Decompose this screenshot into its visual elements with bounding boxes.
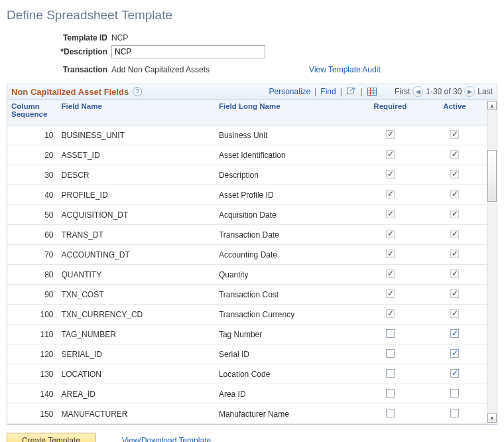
transaction-label: Transaction [7,65,111,74]
cell-sequence: 130 [7,364,58,384]
table-row: 130LOCATIONLocation Code [7,364,487,384]
cell-sequence: 40 [7,185,58,205]
required-checkbox [386,269,395,278]
table-row: 150MANUFACTURERManufacturer Name [7,404,487,424]
table-row: 100TXN_CURRENCY_CDTransaction Currency [7,305,487,325]
required-checkbox[interactable] [386,329,395,338]
description-input[interactable] [111,45,265,58]
col-active-header[interactable]: Active [422,100,487,125]
required-checkbox[interactable] [386,369,395,378]
cell-fieldname: SERIAL_ID [58,344,215,364]
cell-longname: Transaction Date [215,225,358,245]
popout-icon[interactable] [346,87,357,96]
help-icon[interactable]: ? [133,87,142,96]
cell-required [358,285,422,305]
find-link[interactable]: Find [320,87,336,96]
table-row: 80QUANTITYQuantity [7,265,487,285]
active-checkbox[interactable] [450,389,459,398]
cell-sequence: 120 [7,344,58,364]
cell-active [422,145,487,165]
cell-required [358,265,422,285]
cell-sequence: 100 [7,305,58,325]
required-checkbox [386,150,395,159]
required-checkbox [386,130,395,139]
cell-longname: Quantity [215,265,358,285]
cell-sequence: 60 [7,225,58,245]
view-template-audit-link[interactable]: View Template Audit [309,65,381,74]
required-checkbox [386,190,395,198]
required-checkbox [386,289,395,298]
grid-tools: Personalize | Find | | First ◀ 1-30 of 3… [269,86,493,97]
required-checkbox[interactable] [386,349,395,358]
cell-fieldname: DESCR [58,165,215,185]
grid-title: Non Capitalized Asset Fields [11,87,129,97]
scroll-thumb[interactable] [487,150,497,202]
cell-required [358,125,422,145]
cell-sequence: 20 [7,145,58,165]
table-row: 90TXN_COSTTransaction Cost [7,285,487,305]
template-id-row: Template ID NCP [7,33,497,42]
table-row: 20ASSET_IDAsset Identification [7,145,487,165]
transaction-value: Add Non Capitalized Assets [111,65,210,74]
page-title: Define Spreadsheet Template [7,8,497,23]
active-checkbox [450,190,459,198]
cell-fieldname: ASSET_ID [58,145,215,165]
view-download-template-link[interactable]: View/Download Template [122,436,211,442]
cell-longname: Business Unit [215,125,358,145]
template-id-value: NCP [111,33,128,42]
create-template-button[interactable]: Create Template [7,433,95,442]
fields-table: Column Sequence Field Name Field Long Na… [7,100,487,424]
cell-sequence: 80 [7,265,58,285]
table-row: 140AREA_IDArea ID [7,384,487,404]
personalize-link[interactable]: Personalize [269,87,311,96]
cell-required [358,185,422,205]
scroll-up-button[interactable]: ▲ [487,101,497,110]
grid-wrapper: Non Capitalized Asset Fields ? Personali… [7,84,497,425]
required-checkbox[interactable] [386,389,395,398]
cell-required [358,325,422,344]
cell-active [422,185,487,205]
active-checkbox [450,170,459,179]
active-checkbox[interactable] [450,369,459,378]
cell-required [358,344,422,364]
cell-longname: Asset Identification [215,145,358,165]
grid-title-bar: Non Capitalized Asset Fields ? Personali… [7,84,497,100]
active-checkbox [450,150,459,159]
cell-fieldname: MANUFACTURER [58,404,215,424]
active-checkbox[interactable] [450,329,459,338]
col-fieldname-header[interactable]: Field Name [58,100,215,125]
cell-fieldname: PROFILE_ID [58,185,215,205]
cell-fieldname: TXN_CURRENCY_CD [58,305,215,325]
cell-active [422,364,487,384]
cell-longname: Description [215,165,358,185]
active-checkbox[interactable] [450,409,459,417]
col-sequence-header[interactable]: Column Sequence [7,100,58,125]
col-required-header[interactable]: Required [358,100,422,125]
vertical-scrollbar[interactable]: ▲ ▼ [487,100,497,424]
active-checkbox [450,309,459,318]
active-checkbox [450,130,459,139]
cell-active [422,344,487,364]
cell-required [358,404,422,424]
required-checkbox [386,250,395,258]
template-id-label: Template ID [7,33,111,42]
description-row: *Description [7,45,497,58]
cell-sequence: 30 [7,165,58,185]
cell-active [422,205,487,225]
cell-longname: Transaction Currency [215,305,358,325]
col-longname-header[interactable]: Field Long Name [215,100,358,125]
required-checkbox[interactable] [386,409,395,417]
range-label: 1-30 of 30 [426,87,462,96]
cell-active [422,165,487,185]
cell-active [422,225,487,245]
scroll-down-button[interactable]: ▼ [487,413,497,423]
cell-fieldname: ACQUISITION_DT [58,205,215,225]
next-page-button[interactable]: ▶ [464,86,475,97]
prev-page-button[interactable]: ◀ [412,86,423,97]
cell-fieldname: BUSINESS_UNIT [58,125,215,145]
required-checkbox [386,309,395,318]
grid-view-icon[interactable] [367,87,377,96]
cell-longname: Location Code [215,364,358,384]
cell-active [422,245,487,265]
active-checkbox[interactable] [450,349,459,358]
